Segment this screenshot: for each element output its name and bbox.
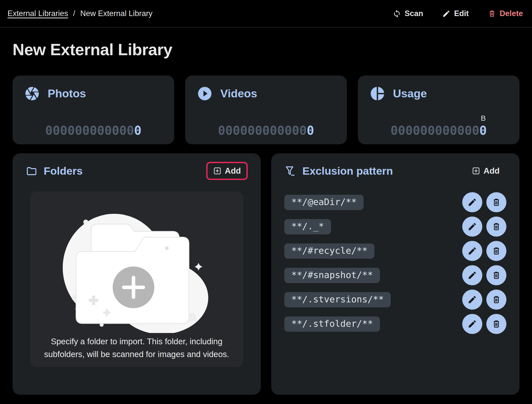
sync-icon (393, 10, 401, 18)
pattern-row: **/._* (284, 219, 506, 234)
edit-pattern-button[interactable] (462, 192, 482, 212)
trash-icon (492, 319, 501, 329)
stat-unit (218, 114, 314, 124)
pattern-row: **/#recycle/** (284, 244, 506, 258)
pencil-icon (468, 222, 477, 231)
stat-leading-zeros: 000000000000 (218, 123, 307, 138)
delete-pattern-button[interactable] (486, 314, 506, 334)
panels-row: Folders Add (13, 153, 519, 395)
stats-row: Photos 0000000000000 Videos 000000000000… (13, 76, 519, 144)
add-folder-button[interactable]: Add (206, 162, 248, 180)
pattern-row: **/.stfolder/** (284, 317, 506, 331)
edit-pattern-button[interactable] (462, 265, 482, 285)
empty-folder-illustration (61, 200, 212, 334)
pencil-icon (468, 319, 477, 329)
library-detail-page: New External Library Photos 000000000000… (0, 40, 532, 395)
edit-pattern-button[interactable] (462, 314, 482, 334)
trash-icon (492, 246, 501, 256)
stat-label: Photos (48, 87, 86, 100)
pattern-row: **/@eaDir/** (284, 195, 506, 210)
exclusion-panel-title: Exclusion pattern (302, 165, 393, 177)
filter-minus-icon (284, 165, 296, 177)
folders-empty-text: Specify a folder to import. This folder,… (35, 335, 238, 361)
breadcrumb: External Libraries / New External Librar… (8, 9, 153, 18)
header-actions: Scan Edit Delete (393, 9, 523, 18)
scan-button-label: Scan (405, 9, 423, 18)
delete-pattern-button[interactable] (486, 241, 506, 261)
photos-stat-card: Photos 0000000000000 (13, 76, 174, 144)
delete-pattern-button[interactable] (486, 192, 506, 212)
pattern-chip: **/.stfolder/** (284, 316, 380, 332)
pattern-row: **/.stversions/** (284, 292, 506, 307)
folders-panel-title: Folders (44, 165, 83, 177)
edit-pattern-button[interactable] (462, 217, 482, 237)
delete-pattern-button[interactable] (486, 217, 506, 237)
stat-number: 0 (307, 123, 314, 138)
usage-stat-card: Usage B 0000000000000 (358, 76, 519, 144)
stat-label: Usage (393, 87, 427, 100)
trash-icon (492, 271, 501, 280)
delete-pattern-button[interactable] (486, 265, 506, 285)
add-folder-button-label: Add (225, 166, 241, 176)
exclusion-pattern-panel: Exclusion pattern Add **/@eaDir/** (271, 153, 519, 395)
pattern-list: **/@eaDir/** (284, 195, 506, 341)
edit-pattern-button[interactable] (462, 241, 482, 261)
edit-pattern-button[interactable] (462, 290, 482, 310)
stat-value: 0000000000000 (45, 114, 142, 137)
stat-number: 0 (479, 123, 487, 138)
pencil-icon (468, 197, 477, 207)
page-title: New External Library (13, 40, 519, 59)
add-exclusion-pattern-button[interactable]: Add (465, 162, 506, 180)
aperture-icon (24, 86, 40, 102)
folder-icon (26, 165, 38, 177)
stat-number: 0 (134, 123, 142, 138)
pattern-chip: **/#recycle/** (284, 243, 374, 259)
delete-button[interactable]: Delete (488, 9, 523, 18)
videos-stat-card: Videos 0000000000000 (185, 76, 347, 144)
stat-leading-zeros: 000000000000 (390, 123, 479, 138)
folders-panel: Folders Add (13, 153, 261, 395)
stat-value: 0000000000000 (218, 114, 314, 137)
pattern-chip: **/._* (284, 219, 331, 234)
play-circle-icon (197, 86, 213, 102)
folders-empty-state: Specify a folder to import. This folder,… (30, 191, 243, 367)
stat-leading-zeros: 000000000000 (45, 123, 134, 138)
stat-unit: B (390, 114, 487, 124)
trash-icon (488, 10, 496, 18)
breadcrumb-parent-link[interactable]: External Libraries (8, 9, 68, 18)
delete-button-label: Delete (500, 9, 523, 18)
pattern-chip: **/.stversions/** (284, 292, 391, 307)
pencil-icon (468, 246, 477, 256)
scan-button[interactable]: Scan (393, 9, 423, 18)
pattern-chip: **/#snapshot/** (284, 268, 380, 283)
pencil-icon (468, 271, 477, 280)
breadcrumb-separator: / (73, 9, 75, 18)
pattern-row: **/#snapshot/** (284, 268, 506, 283)
trash-icon (492, 197, 501, 207)
breadcrumb-current: New External Library (80, 9, 153, 18)
stat-label: Videos (220, 87, 257, 100)
top-bar: External Libraries / New External Librar… (0, 0, 532, 28)
pencil-icon (468, 295, 477, 304)
stat-value: B 0000000000000 (390, 114, 487, 137)
edit-button-label: Edit (454, 9, 469, 18)
plus-box-icon (472, 167, 480, 175)
stat-unit (45, 114, 142, 124)
edit-button[interactable]: Edit (442, 9, 469, 18)
delete-pattern-button[interactable] (486, 290, 506, 310)
trash-icon (492, 295, 501, 304)
plus-box-icon (213, 167, 222, 175)
pencil-icon (442, 10, 450, 18)
trash-icon (492, 222, 501, 231)
add-exclusion-pattern-button-label: Add (484, 166, 500, 176)
pattern-chip: **/@eaDir/** (284, 195, 364, 210)
pie-chart-icon (369, 86, 385, 102)
